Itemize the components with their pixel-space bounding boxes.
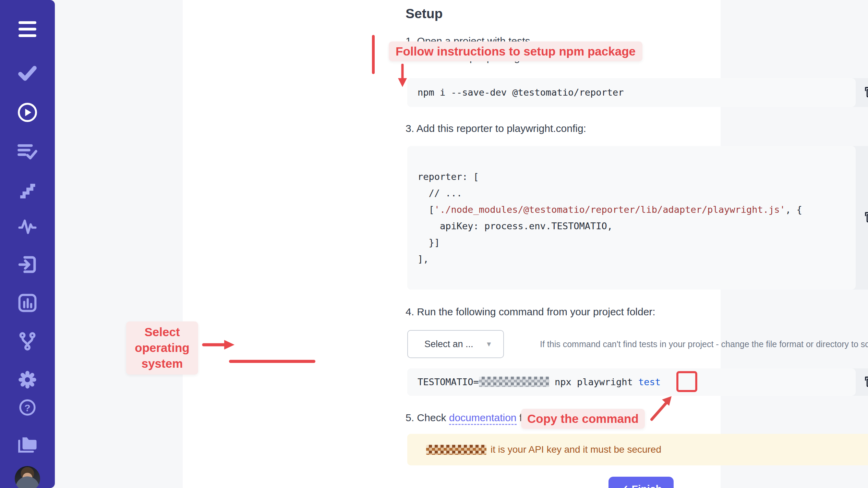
menu-icon[interactable] — [19, 21, 36, 37]
branches-icon[interactable] — [17, 331, 37, 352]
test-plans-icon[interactable] — [17, 143, 38, 160]
os-select[interactable]: Select an ... ▼ — [407, 330, 504, 358]
code-line-4: apiKey: process.env.TESTOMATIO, — [418, 221, 613, 231]
annotation-arrow-down — [393, 64, 412, 88]
page-title: Setup — [406, 6, 443, 21]
run-command-middle: npx playwright — [549, 377, 638, 387]
install-command-text: npm i --save-dev @testomatio/reporter — [418, 87, 624, 98]
copy-install-command-button[interactable] — [861, 85, 868, 100]
annotation-select-os: Select operating system — [126, 321, 198, 375]
step-5-prefix: 5. Check — [406, 412, 449, 423]
run-command-prefix: TESTOMATIO= — [418, 377, 479, 387]
config-code: reporter: [ // ... ['./node_modules/@tes… — [407, 146, 856, 267]
import-icon[interactable] — [17, 255, 37, 274]
svg-text:?: ? — [24, 402, 30, 413]
install-command-code: npm i --save-dev @testomatio/reporter — [407, 78, 856, 107]
reports-chart-icon[interactable] — [18, 293, 37, 313]
annotation-select-underline — [229, 360, 315, 363]
chevron-down-icon: ▼ — [485, 340, 492, 348]
annotation-arrow-right — [202, 338, 237, 352]
setup-page: ? Setup 1. Open a project with tests. 2.… — [0, 0, 868, 488]
redacted-api-key — [479, 377, 549, 387]
run-command-code: TESTOMATIO= npx playwright test — [407, 368, 856, 396]
step-4: 4. Run the following command from your p… — [406, 306, 655, 318]
run-command-text: TESTOMATIO= npx playwright test — [418, 377, 661, 387]
user-avatar[interactable] — [15, 466, 40, 488]
redacted-api-key-warning — [426, 445, 486, 455]
annotation-vertical-line — [372, 35, 375, 74]
code-line-3-string: './node_modules/@testomatio/reporter/lib… — [434, 204, 785, 215]
finish-button[interactable]: ✓ Finish — [608, 477, 674, 488]
code-line-3-post: , { — [785, 204, 802, 215]
documentation-link[interactable]: documentation — [449, 412, 517, 425]
steps-icon[interactable] — [18, 181, 37, 199]
code-line-1: reporter: [ — [418, 171, 479, 182]
analytics-pulse-icon[interactable] — [17, 218, 37, 235]
code-line-3-pre: [ — [418, 204, 434, 215]
warning-text: it is your API key and it must be secure… — [491, 444, 661, 455]
runs-play-icon[interactable] — [17, 102, 38, 123]
copy-config-button[interactable] — [861, 210, 868, 225]
annotation-copy-command: Copy the command — [521, 409, 645, 429]
annotation-select-os-line1: Select — [130, 324, 195, 340]
projects-folder-icon[interactable] — [16, 435, 38, 454]
step-3: 3. Add this reporter to playwright.confi… — [406, 123, 586, 134]
code-line-2: // ... — [418, 188, 462, 198]
run-command-block: TESTOMATIO= npx playwright test — [407, 368, 868, 396]
api-key-warning: it is your API key and it must be secure… — [407, 434, 868, 465]
sidebar: ? — [0, 0, 55, 488]
run-command-highlight: test — [638, 377, 661, 387]
settings-gear-icon[interactable] — [17, 369, 38, 390]
code-line-5: }] — [418, 237, 440, 248]
os-select-value: Select an ... — [424, 339, 473, 350]
annotation-arrow-diagonal — [649, 393, 678, 422]
annotation-copy-highlight-box — [676, 371, 697, 392]
code-line-6: ], — [418, 254, 429, 264]
tests-check-icon[interactable] — [17, 64, 37, 82]
help-icon[interactable]: ? — [18, 398, 37, 417]
annotation-follow-instructions: Follow instructions to setup npm package — [389, 41, 642, 61]
annotation-select-os-line3: system — [130, 356, 195, 371]
config-code-area: reporter: [ // ... ['./node_modules/@tes… — [407, 146, 856, 290]
select-hint: If this command can't find tests in your… — [540, 339, 868, 349]
annotation-select-os-line2: operating — [130, 340, 195, 356]
copy-run-command-button[interactable] — [861, 375, 868, 390]
install-command-block: npm i --save-dev @testomatio/reporter — [407, 78, 868, 107]
config-code-block: reporter: [ // ... ['./node_modules/@tes… — [407, 146, 868, 290]
